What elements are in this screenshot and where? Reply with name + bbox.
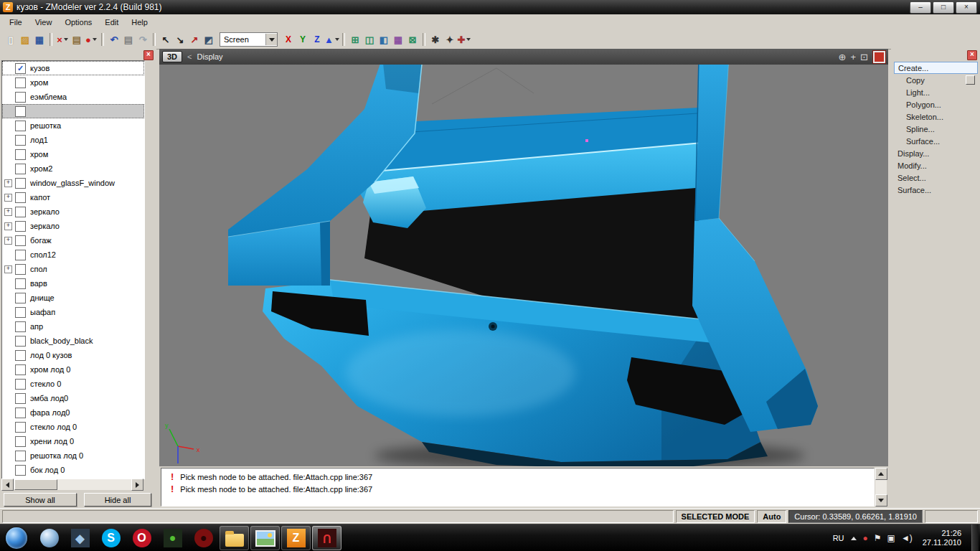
pan-icon[interactable]: + bbox=[851, 52, 857, 62]
scroll-up-icon[interactable] bbox=[875, 468, 887, 480]
taskbar-opera[interactable]: O bbox=[127, 526, 156, 550]
open-folder-icon[interactable]: ▨ bbox=[18, 32, 32, 47]
taskbar-media-red[interactable]: ● bbox=[189, 526, 218, 550]
list-item[interactable]: еэмблема bbox=[2, 90, 144, 104]
visibility-checkbox[interactable] bbox=[15, 364, 26, 375]
skeleton-icon[interactable]: ✦ bbox=[443, 32, 457, 47]
status-auto-cell[interactable]: Auto bbox=[757, 510, 786, 523]
command-surface[interactable]: Surface... bbox=[891, 135, 980, 147]
weld-icon[interactable]: ⊠ bbox=[405, 32, 420, 47]
zoom-icon[interactable]: ⊕ bbox=[839, 52, 847, 62]
list-item[interactable] bbox=[2, 104, 144, 118]
dropdown-arrow-icon[interactable] bbox=[265, 34, 277, 45]
visibility-checkbox[interactable] bbox=[15, 221, 26, 232]
visibility-checkbox[interactable] bbox=[15, 264, 26, 275]
list-item[interactable]: хром bbox=[2, 75, 144, 90]
save-icon[interactable]: ▦ bbox=[32, 32, 47, 47]
visibility-checkbox[interactable] bbox=[15, 135, 26, 146]
list-item[interactable]: +window_glassF_window bbox=[2, 176, 144, 190]
visibility-checkbox[interactable] bbox=[15, 106, 26, 117]
select-objects-icon[interactable]: ◩ bbox=[202, 32, 216, 47]
panel-mini-button[interactable] bbox=[966, 75, 975, 85]
redo-icon[interactable]: ↷ bbox=[136, 32, 150, 47]
list-item[interactable]: +зеркало bbox=[2, 219, 144, 233]
close-button[interactable]: × bbox=[956, 1, 977, 14]
axis-z-button[interactable]: Z bbox=[310, 32, 324, 47]
expander-icon[interactable]: + bbox=[4, 222, 12, 230]
list-item[interactable]: эмба лод0 bbox=[2, 391, 144, 405]
zoom-region-icon[interactable]: ⊡ bbox=[860, 52, 868, 62]
visibility-checkbox[interactable] bbox=[15, 451, 26, 461]
taskbar-explorer[interactable] bbox=[220, 526, 249, 550]
mirror-icon[interactable]: ◧ bbox=[377, 32, 391, 47]
dropdown-caret-icon[interactable] bbox=[335, 38, 339, 41]
record-icon[interactable]: ● bbox=[84, 32, 98, 47]
visibility-checkbox[interactable] bbox=[15, 164, 26, 174]
visibility-checkbox[interactable] bbox=[15, 77, 26, 88]
menu-help[interactable]: Help bbox=[125, 16, 154, 29]
select-edges-icon[interactable]: ↘ bbox=[173, 32, 187, 47]
visibility-checkbox[interactable] bbox=[15, 250, 26, 260]
panel-frame-icon[interactable]: ◫ bbox=[362, 32, 377, 47]
visibility-checkbox[interactable] bbox=[15, 465, 26, 476]
list-item[interactable]: +богаж bbox=[2, 233, 144, 248]
command-spline[interactable]: Spline... bbox=[891, 123, 980, 135]
panel-close-icon[interactable]: × bbox=[967, 50, 977, 60]
new-file-icon[interactable]: ▯ bbox=[4, 32, 18, 47]
visibility-checkbox[interactable] bbox=[15, 436, 26, 447]
visibility-checkbox[interactable] bbox=[15, 379, 26, 390]
taskbar-image-viewer[interactable] bbox=[250, 526, 280, 550]
history-icon[interactable]: ▤ bbox=[121, 32, 136, 47]
array-icon[interactable]: ▦ bbox=[391, 32, 405, 47]
list-item[interactable]: решотка bbox=[2, 118, 144, 133]
list-item[interactable]: фара лод0 bbox=[2, 405, 144, 420]
list-item[interactable]: решотка лод 0 bbox=[2, 448, 144, 463]
command-display[interactable]: Display... bbox=[891, 147, 980, 159]
axis-y-button[interactable]: Y bbox=[296, 32, 310, 47]
viewmode-dropdown[interactable]: Screen bbox=[220, 32, 278, 47]
list-item[interactable]: +капот bbox=[2, 190, 144, 204]
command-surface[interactable]: Surface... bbox=[891, 184, 980, 196]
list-item[interactable]: хром2 bbox=[2, 161, 144, 176]
visibility-checkbox[interactable] bbox=[15, 408, 26, 418]
list-item[interactable]: бок лод 0 bbox=[2, 463, 144, 477]
dropdown-caret-icon[interactable] bbox=[93, 38, 97, 41]
taskbar-app-dark[interactable]: ◆ bbox=[65, 526, 95, 550]
list-item[interactable]: +спол bbox=[2, 262, 144, 276]
scene-nodes-list[interactable]: ✓кузовхромеэмблемарешоткалод1хромхром2+w… bbox=[1, 60, 145, 479]
visibility-checkbox[interactable] bbox=[15, 307, 26, 318]
scroll-down-icon[interactable] bbox=[875, 494, 887, 507]
panel-close-icon[interactable]: × bbox=[143, 50, 154, 60]
visibility-checkbox[interactable] bbox=[15, 293, 26, 303]
hide-all-button[interactable]: Hide all bbox=[84, 493, 151, 507]
expander-icon[interactable]: + bbox=[4, 194, 12, 202]
list-item[interactable]: ыафап bbox=[2, 305, 144, 319]
language-indicator[interactable]: RU bbox=[833, 534, 844, 542]
visibility-checkbox[interactable] bbox=[15, 350, 26, 361]
list-item[interactable]: хром bbox=[2, 147, 144, 161]
taskbar-app-green[interactable]: ● bbox=[158, 526, 187, 550]
hidden-icons-chevron-icon[interactable] bbox=[851, 537, 857, 540]
view-mode-button[interactable]: 3D bbox=[162, 51, 182, 62]
undo-icon[interactable]: ↶ bbox=[107, 32, 121, 47]
normals-icon[interactable]: ▲ bbox=[324, 32, 339, 47]
paste-icon[interactable]: ▤ bbox=[70, 32, 84, 47]
dropdown-caret-icon[interactable] bbox=[64, 38, 68, 41]
menu-file[interactable]: File bbox=[3, 16, 29, 29]
taskbar-skype[interactable]: S bbox=[96, 526, 126, 550]
list-item[interactable]: +зеркало bbox=[2, 204, 144, 219]
show-all-button[interactable]: Show all bbox=[4, 493, 77, 507]
command-skeleton[interactable]: Skeleton... bbox=[891, 110, 980, 123]
clock[interactable]: 21:26 27.11.2010 bbox=[919, 529, 965, 547]
expander-icon[interactable]: + bbox=[4, 179, 12, 187]
visibility-checkbox[interactable] bbox=[15, 149, 26, 160]
expander-icon[interactable]: + bbox=[4, 208, 12, 216]
scroll-left-icon[interactable] bbox=[1, 479, 14, 491]
expander-icon[interactable]: + bbox=[4, 265, 12, 273]
view-back-arrow[interactable]: < bbox=[187, 52, 192, 61]
scroll-right-icon[interactable] bbox=[131, 479, 143, 491]
command-polygon[interactable]: Polygon... bbox=[891, 98, 980, 110]
maximize-view-icon[interactable] bbox=[873, 51, 885, 63]
visibility-checkbox[interactable] bbox=[15, 178, 26, 189]
visibility-checkbox[interactable] bbox=[15, 192, 26, 203]
